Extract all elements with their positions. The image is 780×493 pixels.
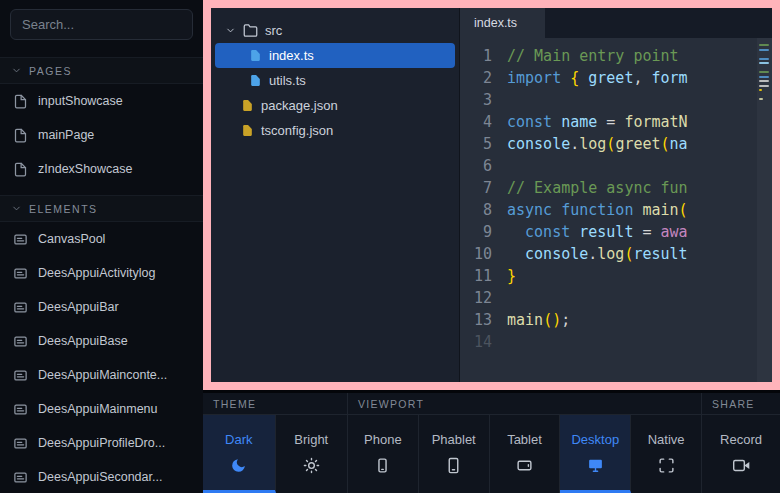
minimap-mark <box>759 58 769 60</box>
editor-tab-index-ts[interactable]: index.ts <box>460 8 545 38</box>
sidebar-item-deesappuibase[interactable]: DeesAppuiBase <box>0 324 203 358</box>
section-header-elements[interactable]: ELEMENTS <box>0 195 203 222</box>
bright-button[interactable]: Bright <box>276 415 348 493</box>
minimap-mark <box>759 85 769 87</box>
sidebar-item-mainpage[interactable]: mainPage <box>0 118 203 152</box>
toolbar-group-theme: THEMEDarkBright <box>203 393 348 493</box>
tablet-button[interactable]: Tablet <box>490 415 561 493</box>
sidebar-item-deesappuiprofiledro[interactable]: DeesAppuiProfileDro... <box>0 426 203 460</box>
sidebar-item-deesappuimainmenu[interactable]: DeesAppuiMainmenu <box>0 392 203 426</box>
line-number: 13 <box>460 309 507 331</box>
code-text: // Example async fun <box>507 177 688 199</box>
native-button[interactable]: Native <box>631 415 701 493</box>
toolbar-buttons-row: DarkBright <box>203 415 347 493</box>
line-number: 11 <box>460 265 507 287</box>
minimap-mark <box>759 62 769 64</box>
sidebar-section-pages: PAGESinputShowcasemainPagezIndexShowcase <box>0 57 203 186</box>
json-file-icon <box>241 99 254 112</box>
tree-file-label: utils.ts <box>269 73 306 88</box>
code-line-11: 11} <box>460 265 772 287</box>
dark-button[interactable]: Dark <box>203 415 276 493</box>
minimap-mark <box>759 71 769 73</box>
search-input[interactable] <box>10 9 193 40</box>
native-icon <box>658 457 675 474</box>
code-text: console.log(greet(na <box>507 133 688 155</box>
main-area: srcindex.tsutils.tspackage.jsontsconfig.… <box>203 0 780 493</box>
sidebar-item-deesappuibar[interactable]: DeesAppuiBar <box>0 290 203 324</box>
component-icon <box>13 334 28 349</box>
toolbar-buttons-row: PhonePhabletTabletDesktopNative <box>348 415 701 493</box>
minimap-mark <box>759 49 769 51</box>
button-label: Record <box>720 432 762 447</box>
line-number: 2 <box>460 67 507 89</box>
ts-file-icon <box>249 74 262 87</box>
line-number: 12 <box>460 287 507 309</box>
sidebar-item-label: DeesAppuiBase <box>38 334 128 348</box>
code-line-5: 5console.log(greet(na <box>460 133 772 155</box>
json-file-icon <box>241 124 254 137</box>
minimap[interactable] <box>757 38 772 382</box>
sidebar-item-deesappuiactivitylog[interactable]: DeesAppuiActivitylog <box>0 256 203 290</box>
button-label: Tablet <box>507 432 542 447</box>
code-line-2: 2import { greet, form <box>460 67 772 89</box>
code-text: } <box>507 265 516 287</box>
toolbar-group-title: THEME <box>203 393 347 415</box>
section-header-pages[interactable]: PAGES <box>0 57 203 84</box>
sidebar-item-deesappuisecondar[interactable]: DeesAppuiSecondar... <box>0 460 203 493</box>
file-icon <box>13 94 28 109</box>
tree-folder-label: src <box>265 23 282 38</box>
sidebar-item-zindexshowcase[interactable]: zIndexShowcase <box>0 152 203 186</box>
minimap-mark <box>759 89 762 91</box>
code-line-3: 3 <box>460 89 772 111</box>
sidebar-sections: PAGESinputShowcasemainPagezIndexShowcase… <box>0 57 203 493</box>
button-label: Desktop <box>571 432 619 447</box>
folder-icon <box>243 23 258 38</box>
line-number: 1 <box>460 45 507 67</box>
desktop-button[interactable]: Desktop <box>560 415 631 493</box>
phone-icon <box>374 457 391 474</box>
sidebar-item-inputshowcase[interactable]: inputShowcase <box>0 84 203 118</box>
sidebar-item-label: mainPage <box>38 128 94 142</box>
sidebar-item-canvaspool[interactable]: CanvasPool <box>0 222 203 256</box>
sidebar-item-label: zIndexShowcase <box>38 162 133 176</box>
minimap-mark <box>759 76 769 78</box>
sidebar-item-label: DeesAppuiProfileDro... <box>38 436 165 450</box>
chevron-down-icon <box>225 25 236 36</box>
file-icon <box>13 128 28 143</box>
sidebar-section-elements: ELEMENTSCanvasPoolDeesAppuiActivitylogDe… <box>0 195 203 493</box>
tree-folder-src[interactable]: src <box>215 18 455 43</box>
toolbar-group-title: SHARE <box>702 393 780 415</box>
tree-file-utils-ts[interactable]: utils.ts <box>215 68 455 93</box>
toolbar-group-share: SHARERecord <box>702 393 780 493</box>
toolbar-buttons-row: Record <box>702 415 780 493</box>
component-icon <box>13 266 28 281</box>
code-text: const result = awa <box>507 221 688 243</box>
minimap-mark <box>759 98 763 100</box>
line-number: 6 <box>460 155 507 177</box>
editor-tabbar: index.ts <box>460 8 772 38</box>
sidebar-item-label: DeesAppuiMainconte... <box>38 368 167 382</box>
code-pane: index.ts 1// Main entry point2import { g… <box>460 8 772 382</box>
component-icon <box>13 368 28 383</box>
tree-file-label: index.ts <box>269 48 314 63</box>
sidebar-item-deesappuimainconte[interactable]: DeesAppuiMainconte... <box>0 358 203 392</box>
sidebar: PAGESinputShowcasemainPagezIndexShowcase… <box>0 0 203 493</box>
sidebar-item-label: CanvasPool <box>38 232 105 246</box>
tree-file-tsconfig-json[interactable]: tsconfig.json <box>215 118 455 143</box>
sidebar-item-label: DeesAppuiBar <box>38 300 119 314</box>
sidebar-item-label: DeesAppuiMainmenu <box>38 402 158 416</box>
phone-button[interactable]: Phone <box>348 415 419 493</box>
search-container <box>0 0 203 40</box>
tree-file-index-ts[interactable]: index.ts <box>215 43 455 68</box>
code-line-10: 10 console.log(result <box>460 243 772 265</box>
button-label: Dark <box>225 432 252 447</box>
line-number: 9 <box>460 221 507 243</box>
tree-file-package-json[interactable]: package.json <box>215 93 455 118</box>
section-title: PAGES <box>29 65 72 77</box>
sidebar-item-label: DeesAppuiActivitylog <box>38 266 155 280</box>
record-button[interactable]: Record <box>702 415 780 493</box>
file-tree-panel: srcindex.tsutils.tspackage.jsontsconfig.… <box>211 8 460 382</box>
phablet-button[interactable]: Phablet <box>419 415 490 493</box>
code-text: // Main entry point <box>507 45 679 67</box>
code-area: 1// Main entry point2import { greet, for… <box>460 38 772 382</box>
